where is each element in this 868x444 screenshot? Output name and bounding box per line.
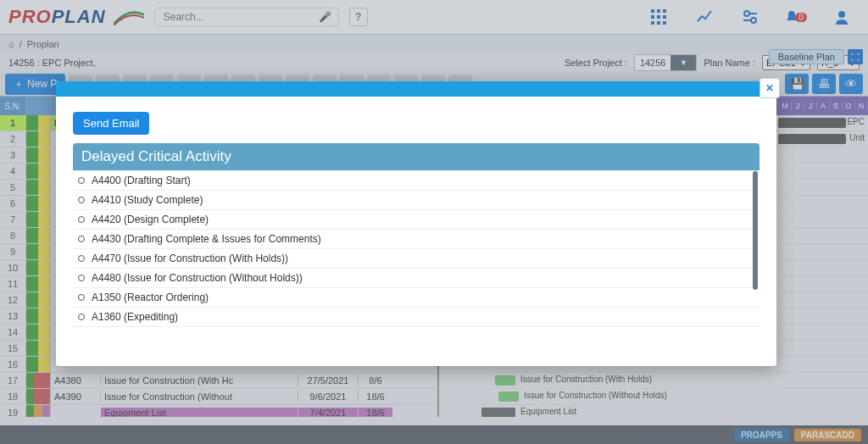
send-email-button[interactable]: Send Email [73,112,149,135]
list-item-label: A4470 (Issue for Construction (With Hold… [92,253,288,264]
app-root: PROPLAN 🎤 ? 0 ⌂ / Proplan 14 [0,0,868,444]
modal-header: ✕ [56,81,776,97]
list-item-label: A1350 (Reactor Ordering) [92,291,209,303]
list-item[interactable]: A4400 (Drafting Start) [73,171,760,191]
list-item-label: A1360 (Expediting) [92,311,178,323]
activity-list[interactable]: A4400 (Drafting Start)A4410 (Study Compl… [73,170,760,327]
bullet-icon [78,255,85,262]
bullet-icon [78,236,85,242]
bullet-icon [78,216,85,223]
list-item-label: A4400 (Drafting Start) [92,175,191,186]
close-icon[interactable]: ✕ [760,78,780,98]
modal-dialog: ✕ Send Email Delayed Critical Activity A… [56,81,776,366]
list-item-label: A4410 (Study Complete) [92,194,203,206]
list-item[interactable]: A4470 (Issue for Construction (With Hold… [73,249,760,269]
list-item[interactable]: A1350 (Reactor Ordering) [73,288,760,308]
bullet-icon [78,275,85,281]
bullet-icon [78,294,85,301]
list-item-label: A4480 (Issue for Construction (Without H… [92,272,303,284]
list-item[interactable]: A4480 (Issue for Construction (Without H… [73,269,760,288]
section-title: Delayed Critical Activity [73,143,760,170]
list-item-label: A4430 (Drafting Complete & Issues for Co… [92,233,321,245]
list-item[interactable]: A4420 (Design Complete) [73,210,760,230]
modal-body: Send Email Delayed Critical Activity A44… [56,97,776,366]
bullet-icon [78,197,85,203]
list-item-label: A4420 (Design Complete) [92,214,209,225]
list-item[interactable]: A4430 (Drafting Complete & Issues for Co… [73,230,760,249]
list-item[interactable]: A1360 (Expediting) [73,308,760,327]
bullet-icon [78,177,85,184]
scrollbar-thumb[interactable] [753,171,758,290]
bullet-icon [78,314,85,320]
list-item[interactable]: A4410 (Study Complete) [73,191,760,210]
